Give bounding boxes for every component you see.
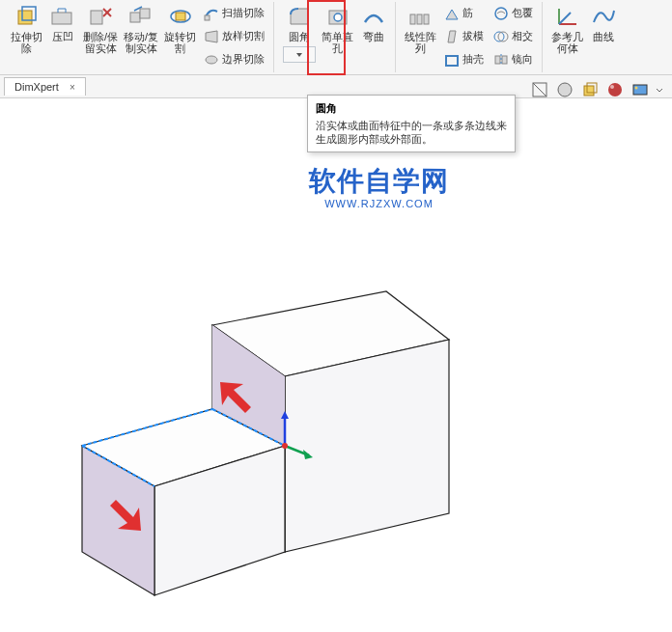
linear-pattern-button[interactable]: 线性阵 列 (402, 2, 439, 71)
watermark-text: 软件自学网 (309, 163, 449, 200)
shell-icon (444, 52, 460, 68)
svg-rect-10 (205, 15, 210, 20)
boundary-cut-button[interactable]: 边界切除 (201, 48, 267, 70)
section-view-icon[interactable] (529, 79, 550, 100)
draft-label: 拔模 (462, 29, 484, 43)
svg-line-26 (559, 13, 571, 24)
revolve-cut-button[interactable]: 旋转切 割 (161, 2, 199, 71)
svg-rect-3 (91, 11, 102, 24)
ribbon-group-ref: 参考几 何体 曲线 (545, 2, 625, 72)
appearances-icon[interactable] (604, 79, 626, 100)
svg-rect-6 (130, 13, 140, 22)
bend-label: 弯曲 (363, 31, 384, 42)
mirror-button[interactable]: 镜向 (490, 48, 536, 70)
mirror-label: 镜向 (512, 52, 533, 67)
delete-body-icon (87, 4, 114, 29)
draft-button[interactable]: 拔模 (441, 25, 487, 47)
hole-label: 简单直 孔 (322, 31, 353, 54)
svg-rect-9 (176, 13, 185, 20)
rib-icon (444, 6, 460, 21)
move-copy-body-button[interactable]: 移动/复 制实体 (121, 2, 161, 71)
extrude-cut-label: 拉伸切 除 (11, 31, 42, 54)
cut-small-stack: 扫描切除 放样切割 边界切除 (199, 2, 269, 70)
pattern-small-stack-1: 筋 拔模 抽壳 (439, 2, 489, 70)
curves-icon (590, 4, 617, 29)
svg-point-18 (495, 8, 507, 19)
revolve-cut-label: 旋转切 割 (164, 31, 196, 54)
swept-cut-button[interactable]: 扫描切除 (201, 2, 267, 24)
ribbon-group-pattern: 线性阵 列 筋 拔模 抽壳 包覆 相交 (398, 2, 543, 72)
orientation-icon[interactable] (579, 79, 601, 100)
curves-button[interactable]: 曲线 (586, 2, 621, 71)
svg-point-31 (608, 83, 622, 96)
svg-rect-33 (633, 85, 647, 95)
intersect-icon (493, 29, 509, 44)
svg-rect-2 (52, 13, 71, 24)
delete-keep-body-button[interactable]: 删除/保 留实体 (80, 2, 121, 71)
svg-rect-14 (410, 14, 415, 24)
ref-geom-icon (554, 4, 581, 29)
view-dropdown-icon[interactable] (655, 79, 664, 100)
svg-rect-29 (584, 86, 594, 96)
rib-button[interactable]: 筋 (441, 2, 487, 24)
ref-geometry-button[interactable]: 参考几 何体 (548, 2, 586, 71)
tooltip-title: 圆角 (316, 101, 507, 116)
scene-icon[interactable] (630, 79, 651, 100)
hole-wizard-button[interactable]: 简单直 孔 (319, 2, 356, 71)
sweep-icon (204, 6, 219, 21)
fillet-label: 圆角 (289, 31, 310, 42)
revolve-cut-icon (167, 4, 194, 29)
display-style-icon[interactable] (554, 79, 575, 100)
svg-rect-16 (424, 14, 429, 24)
watermark-url: WWW.RJZXW.COM (309, 198, 449, 209)
svg-point-49 (282, 443, 288, 449)
indent-button[interactable]: 压凹 (45, 2, 80, 71)
wrap-label: 包覆 (512, 6, 533, 20)
svg-rect-22 (502, 56, 507, 64)
indent-label: 压凹 (52, 31, 73, 42)
intersect-label: 相交 (512, 29, 533, 43)
wrap-icon (493, 6, 509, 21)
ribbon-group-cuts: 拉伸切 除 压凹 删除/保 留实体 移动/复 制实体 旋转切 割 (4, 2, 274, 72)
tab-dimxpert-label: DimXpert (14, 81, 59, 93)
svg-point-32 (610, 85, 614, 89)
solid-model (19, 166, 502, 632)
boundary-cut-label: 边界切除 (222, 52, 265, 67)
loft-cut-button[interactable]: 放样切割 (201, 25, 267, 47)
features-ribbon: 拉伸切 除 压凹 删除/保 留实体 移动/复 制实体 旋转切 割 (0, 0, 672, 75)
bend-icon (360, 4, 387, 29)
fillet-dropdown[interactable] (283, 46, 316, 63)
delete-body-label: 删除/保 留实体 (83, 31, 118, 54)
bend-button[interactable]: 弯曲 (356, 2, 391, 71)
svg-rect-0 (18, 11, 32, 24)
tab-dimxpert[interactable]: DimXpert × (4, 77, 86, 96)
view-toolbar (529, 79, 664, 100)
fillet-icon (286, 4, 313, 29)
intersect-button[interactable]: 相交 (490, 25, 536, 47)
shell-button[interactable]: 抽壳 (441, 48, 487, 70)
linear-pattern-icon (407, 4, 434, 29)
svg-rect-21 (495, 56, 500, 64)
ribbon-group-features: 圆角 简单直 孔 弯曲 (276, 2, 396, 72)
svg-point-34 (635, 87, 638, 90)
loft-cut-label: 放样切割 (222, 29, 265, 43)
ref-geom-label: 参考几 何体 (551, 31, 583, 54)
svg-point-11 (206, 56, 217, 64)
fillet-tooltip: 圆角 沿实体或曲面特征中的一条或多条边线来生成圆形内部或外部面。 (307, 95, 516, 152)
wrap-button[interactable]: 包覆 (490, 2, 536, 24)
watermark: 软件自学网 WWW.RJZXW.COM (309, 163, 449, 209)
tab-close-icon[interactable]: × (70, 82, 75, 93)
loft-icon (204, 29, 219, 44)
svg-point-28 (558, 83, 572, 96)
tooltip-description: 沿实体或曲面特征中的一条或多条边线来生成圆形内部或外部面。 (316, 119, 507, 146)
svg-rect-17 (446, 56, 458, 66)
curves-label: 曲线 (593, 31, 614, 42)
hole-icon (324, 4, 351, 29)
svg-rect-7 (140, 9, 150, 18)
svg-point-13 (334, 14, 342, 21)
extrude-cut-button[interactable]: 拉伸切 除 (8, 2, 45, 71)
linear-pattern-label: 线性阵 列 (405, 31, 436, 54)
pattern-small-stack-2: 包覆 相交 镜向 (489, 2, 538, 70)
fillet-button[interactable]: 圆角 (280, 2, 319, 71)
svg-rect-15 (417, 14, 422, 24)
